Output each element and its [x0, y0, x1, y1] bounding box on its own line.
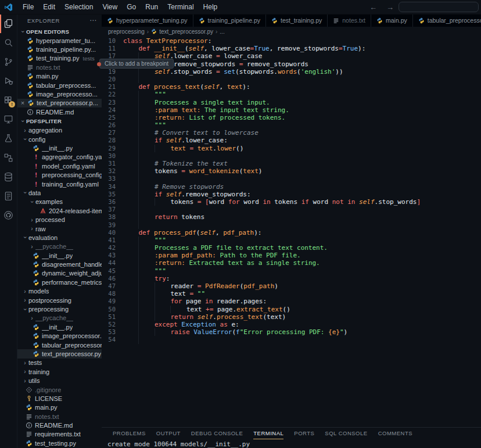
tree-file-model_config.yaml[interactable]: !model_config.yaml	[17, 162, 102, 170]
panel-tab-debug-console[interactable]: DEBUG CONSOLE	[191, 428, 243, 439]
line-number[interactable]: 33	[102, 175, 116, 182]
line-number[interactable]: 40	[102, 229, 116, 236]
code-line[interactable]: 39	[102, 221, 481, 229]
tree-file-__init__.py[interactable]: __init__.py	[17, 322, 102, 331]
line-number[interactable]: 49	[102, 298, 116, 305]
code-line[interactable]: 40def process_pdf(self, pdf_path):	[102, 229, 481, 236]
line-number[interactable]: 32	[102, 167, 116, 175]
open-editor-item[interactable]: training_pipeline.py...	[17, 45, 102, 53]
code-line[interactable]: 21def process_text(self, text):	[102, 83, 481, 91]
tree-folder-raw[interactable]: ›raw	[17, 224, 102, 233]
tree-file-.gitignore[interactable]: .gitignore	[17, 385, 102, 394]
tree-file-requirements.txt[interactable]: requirements.txt	[17, 430, 102, 439]
tree-file-test_testing.py[interactable]: test_testing.py	[17, 439, 102, 447]
tree-file-preprocessing_config.y...[interactable]: !preprocessing_config.y...	[17, 170, 102, 179]
tree-folder-__pycache__[interactable]: ›__pycache__	[17, 242, 102, 251]
tab-notes.txt[interactable]: notes.txt	[328, 14, 371, 27]
tree-file-LICENSE[interactable]: LICENSE	[17, 394, 102, 403]
line-number[interactable]: 26	[102, 121, 116, 129]
tab-tabular_preprocessor.py[interactable]: tabular_preprocessor.py	[413, 14, 481, 27]
tree-file-__init__.py[interactable]: __init__.py	[17, 251, 102, 260]
line-number[interactable]: 48	[102, 290, 116, 298]
open-editor-item[interactable]: notes.txt	[17, 63, 102, 71]
tree-file-aggregator_config.yaml[interactable]: !aggregator_config.yaml	[17, 153, 102, 162]
open-editor-item[interactable]: image_preprocesso...	[17, 89, 102, 98]
open-editor-item[interactable]: main.py	[17, 72, 102, 81]
open-editor-item[interactable]: tabular_preprocess...	[17, 81, 102, 89]
tree-file-text_preprocessor.py[interactable]: text_preprocessor.py	[17, 349, 102, 358]
code-line[interactable]: 10class TextPreprocessor:	[102, 37, 481, 45]
line-number[interactable]: 21	[102, 83, 116, 91]
code-line[interactable]: 43:param pdf_path: Path to the PDF file.	[102, 252, 481, 259]
line-number[interactable]: 53	[102, 328, 116, 336]
tree-folder-training[interactable]: ›training	[17, 367, 102, 376]
line-number[interactable]: 30	[102, 152, 116, 160]
tree-folder-examples[interactable]: ›examples	[17, 198, 102, 206]
code-line[interactable]: 19self.stop_words = set(stopwords.words(…	[102, 68, 481, 76]
code-line[interactable]: 27# Convert text to lowercase	[102, 129, 481, 137]
line-number[interactable]: 24	[102, 106, 116, 114]
menu-terminal[interactable]: Terminal	[163, 0, 198, 14]
code-line[interactable]: 28if self.lower_case:	[102, 137, 481, 144]
workspace-header[interactable]: › PDFSPLITER	[17, 117, 102, 126]
line-number[interactable]: 22	[102, 91, 116, 98]
navigate-forward-icon[interactable]: →	[382, 3, 399, 12]
code-line[interactable]: 44:return: Extracted text as a single st…	[102, 259, 481, 267]
breadcrumb-item[interactable]: preprocessing	[108, 28, 145, 35]
line-number[interactable]: 23	[102, 99, 116, 106]
tab-training_pipeline.py[interactable]: training_pipeline.py	[193, 14, 266, 27]
line-number[interactable]: 46	[102, 275, 116, 282]
tree-folder-data[interactable]: ›data	[17, 188, 102, 197]
code-line[interactable]: 34# Remove stopwords	[102, 183, 481, 191]
tree-file-disagreement_handler.py[interactable]: disagreement_handler.py	[17, 260, 102, 268]
code-line[interactable]: 35if self.remove_stopwords:	[102, 191, 481, 198]
line-number[interactable]: 35	[102, 191, 116, 198]
open-editor-item[interactable]: hyperparameter_tu...	[17, 36, 102, 45]
tree-folder-models[interactable]: ›models	[17, 287, 102, 296]
panel-tab-ports[interactable]: PORTS	[294, 428, 314, 439]
code-line[interactable]: 20	[102, 76, 481, 83]
code-line[interactable]: 46try:	[102, 275, 481, 282]
navigate-back-icon[interactable]: ←	[365, 3, 382, 12]
tree-file-main.py[interactable]: main.py	[17, 403, 102, 412]
code-line[interactable]: 41"""	[102, 236, 481, 244]
tab-main.py[interactable]: main.py	[371, 14, 413, 27]
panel-tab-terminal[interactable]: TERMINAL	[253, 428, 283, 439]
panel-tab-output[interactable]: OUTPUT	[156, 428, 181, 439]
extensions-icon[interactable]: !	[0, 91, 17, 110]
tree-file-training_config.yaml[interactable]: !training_config.yaml	[17, 180, 102, 188]
code-line[interactable]: 45"""	[102, 267, 481, 275]
testing-icon[interactable]	[0, 129, 17, 148]
tree-folder-processed[interactable]: ›processed	[17, 215, 102, 224]
tree-folder-config[interactable]: ›config	[17, 135, 102, 144]
code-line[interactable]: 47reader = PdfReader(pdf_path)	[102, 282, 481, 290]
code-line[interactable]: 51return self.process_text(text)	[102, 313, 481, 321]
menu-selection[interactable]: Selection	[60, 0, 98, 14]
tree-file-image_preprocessor.py[interactable]: image_preprocessor.py	[17, 332, 102, 341]
line-number[interactable]: 50	[102, 306, 116, 313]
github-icon[interactable]	[0, 206, 17, 225]
code-line[interactable]: 52except Exception as e:	[102, 321, 481, 328]
tree-file-dynamic_weight_adjust...[interactable]: dynamic_weight_adjust...	[17, 269, 102, 278]
explorer-icon[interactable]	[0, 14, 17, 33]
tree-folder-preprocessing[interactable]: ›preprocessing	[17, 304, 102, 313]
tree-folder-__pycache__[interactable]: ›__pycache__	[17, 314, 102, 322]
line-number[interactable]: 20	[102, 76, 116, 83]
line-number[interactable]: 54	[102, 336, 116, 343]
database-icon[interactable]	[0, 167, 17, 187]
tree-file-__init__.py[interactable]: __init__.py	[17, 144, 102, 152]
tree-file-2024-released-items-...[interactable]: 2024-released-items-...	[17, 206, 102, 215]
line-number[interactable]: 38	[102, 213, 116, 221]
notebook-icon[interactable]	[0, 187, 17, 206]
breakpoint-dot[interactable]	[97, 62, 101, 66]
code-line[interactable]: 50text += page.extract_text()	[102, 306, 481, 313]
source-control-icon[interactable]	[0, 52, 17, 71]
code-line[interactable]: 30	[102, 152, 481, 160]
open-editor-item[interactable]: README.md	[17, 107, 102, 116]
references-icon[interactable]	[0, 148, 17, 167]
menu-run[interactable]: Run	[141, 0, 163, 14]
code-editor[interactable]: 10class TextPreprocessor:11def __init__(…	[102, 36, 481, 344]
menu-go[interactable]: Go	[122, 0, 141, 14]
line-number[interactable]: 19	[102, 68, 116, 76]
code-line[interactable]: 37	[102, 206, 481, 213]
